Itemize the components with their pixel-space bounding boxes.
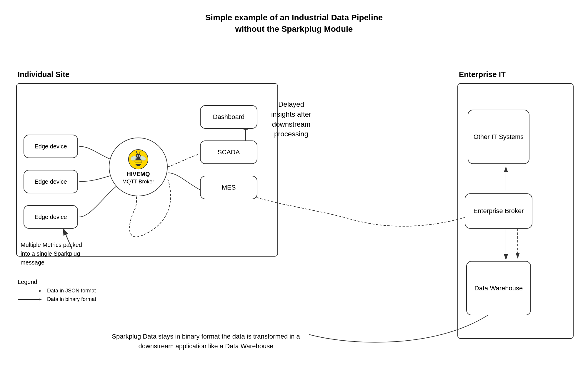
scada-box: SCADA (200, 140, 257, 164)
svg-marker-17 (39, 290, 42, 292)
page-title: Simple example of an Industrial Data Pip… (0, 0, 588, 35)
mqtt-broker-label: MQTT Broker (122, 179, 154, 185)
enterprise-broker-box: Enterprise Broker (465, 193, 532, 229)
edge-device-1: Edge device (24, 135, 78, 158)
data-warehouse-box: Data Warehouse (466, 261, 531, 315)
mes-box: MES (200, 176, 257, 199)
other-it-systems-box: Other IT Systems (468, 110, 529, 164)
solid-line-legend (18, 297, 44, 302)
svg-marker-19 (39, 298, 42, 301)
svg-point-7 (136, 155, 138, 157)
svg-point-12 (139, 151, 141, 153)
svg-point-10 (136, 151, 137, 153)
dashed-line-legend (18, 288, 44, 294)
multiple-metrics-annotation: Multiple Metrics packedinto a single Spa… (21, 240, 103, 267)
solid-legend-label: Data in binary format (47, 296, 96, 302)
enterprise-it-label: Enterprise IT (459, 70, 506, 79)
delayed-insights-annotation: Delayedinsights afterdownstreamprocessin… (259, 99, 324, 139)
individual-site-label: Individual Site (18, 70, 69, 79)
dashboard-box: Dashboard (200, 105, 257, 129)
edge-device-3: Edge device (24, 205, 78, 229)
svg-rect-4 (135, 160, 142, 162)
legend: Legend Data in JSON format Data in binar… (18, 279, 96, 302)
hivemq-label: HIVEMQ (127, 171, 150, 178)
svg-rect-5 (135, 163, 142, 164)
mqtt-broker-circle: HIVEMQ MQTT Broker (109, 138, 168, 196)
dashed-legend-label: Data in JSON format (47, 288, 96, 294)
legend-title: Legend (18, 279, 96, 285)
sparkplug-data-annotation: Sparkplug Data stays in binary format th… (103, 332, 309, 351)
svg-point-8 (139, 155, 140, 157)
edge-device-2: Edge device (24, 170, 78, 193)
